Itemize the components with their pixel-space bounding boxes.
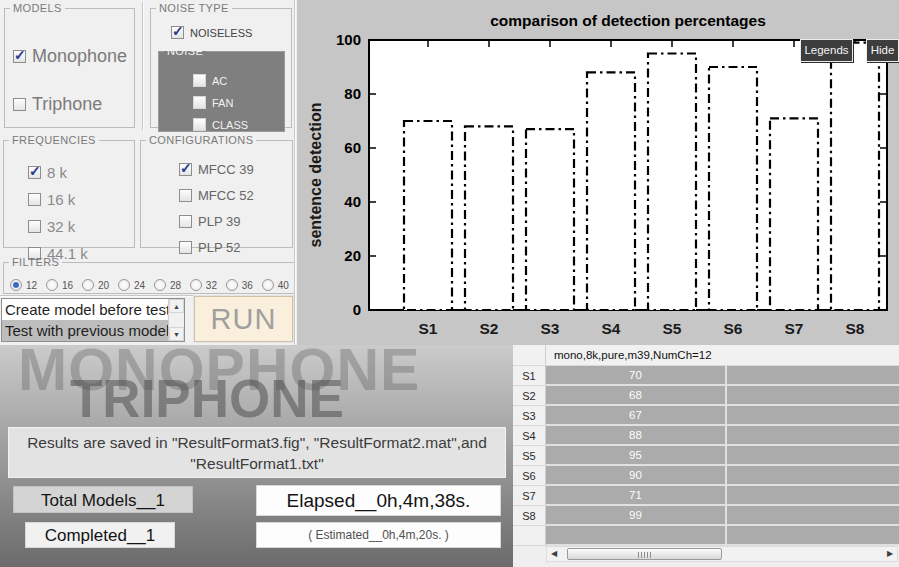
- radio-icon[interactable]: [190, 279, 202, 291]
- checkbox-triphone[interactable]: Triphone: [13, 94, 127, 115]
- checkbox-8-k[interactable]: 8 k: [28, 164, 88, 181]
- row-filler: [727, 466, 899, 486]
- x-tick-label: S3: [541, 320, 560, 337]
- row-filler: [727, 486, 899, 506]
- checkbox-fan[interactable]: FAN: [193, 96, 248, 109]
- checkbox-icon[interactable]: [28, 166, 41, 179]
- completed-status: Completed__1: [25, 522, 175, 548]
- configurations-panel-title: CONFIGURATIONS: [146, 134, 256, 146]
- row-header: S7: [513, 486, 546, 506]
- table-row: S690: [513, 466, 899, 486]
- listbox-item-test-with-previous-model[interactable]: Test with previous model: [2, 320, 168, 341]
- checkbox-icon[interactable]: [179, 189, 192, 202]
- checkbox-label: Monophone: [32, 46, 127, 67]
- bar-s4: [587, 72, 635, 310]
- radio-icon[interactable]: [154, 279, 166, 291]
- bar-s2: [465, 126, 513, 310]
- scroll-down-icon[interactable]: ▼: [169, 327, 184, 341]
- run-mode-options: Create model before testTest with previo…: [2, 299, 168, 341]
- scroll-left-icon[interactable]: ◀: [547, 547, 561, 561]
- radio-filter-40[interactable]: 40: [262, 279, 289, 291]
- radio-filter-16[interactable]: 16: [46, 279, 73, 291]
- value-cell[interactable]: 71: [546, 486, 727, 506]
- value-cell[interactable]: 90: [546, 466, 727, 486]
- radio-icon[interactable]: [118, 279, 130, 291]
- table-horizontal-scrollbar[interactable]: ◀ ▶: [546, 546, 898, 562]
- radio-icon[interactable]: [226, 279, 238, 291]
- x-tick-label: S2: [480, 320, 499, 337]
- row-filler: [727, 386, 899, 406]
- value-cell[interactable]: 95: [546, 446, 727, 466]
- value-cell[interactable]: [546, 526, 727, 546]
- x-tick-label: S1: [419, 320, 438, 337]
- run-button[interactable]: RUN: [194, 296, 293, 342]
- radio-icon[interactable]: [10, 279, 22, 291]
- value-cell[interactable]: 88: [546, 426, 727, 446]
- noise-type-panel-title: NOISE TYPE: [156, 2, 232, 14]
- value-cell[interactable]: 99: [546, 506, 727, 526]
- corner-cell: [513, 345, 546, 366]
- radio-filter-12[interactable]: 12: [10, 279, 37, 291]
- radio-filter-36[interactable]: 36: [226, 279, 253, 291]
- checkbox-label: MFCC 39: [198, 162, 254, 177]
- frequencies-checkbox-group: 8 k16 k32 k44.1 k: [28, 164, 88, 262]
- checkbox-plp-52[interactable]: PLP 52: [179, 240, 254, 255]
- checkbox-icon[interactable]: [179, 215, 192, 228]
- checkbox-monophone[interactable]: Monophone: [13, 46, 127, 67]
- y-tick-label: 60: [344, 139, 361, 156]
- checkbox-plp-39[interactable]: PLP 39: [179, 214, 254, 229]
- y-tick-label: 100: [336, 31, 361, 48]
- checkbox-icon[interactable]: [179, 241, 192, 254]
- hide-button[interactable]: Hide: [866, 39, 899, 62]
- noise-subpanel-title: NOISE: [164, 45, 206, 57]
- radio-filter-28[interactable]: 28: [154, 279, 181, 291]
- value-cell[interactable]: 70: [546, 366, 727, 386]
- row-header: [513, 526, 546, 546]
- checkbox-icon[interactable]: [179, 163, 192, 176]
- radio-label: 16: [62, 280, 73, 291]
- status-panel: MONOPHONE TRIPHONE Results are saved in …: [0, 345, 513, 567]
- scrollbar-thumb[interactable]: [567, 548, 722, 560]
- radio-icon[interactable]: [46, 279, 58, 291]
- checkbox-noiseless[interactable]: NOISELESS: [171, 26, 252, 39]
- radio-filter-32[interactable]: 32: [190, 279, 217, 291]
- checkbox-label: 32 k: [47, 218, 75, 235]
- radio-filter-20[interactable]: 20: [82, 279, 109, 291]
- checkbox-mfcc-52[interactable]: MFCC 52: [179, 188, 254, 203]
- filters-panel-title: FILTERS: [9, 256, 62, 268]
- table-row: S771: [513, 486, 899, 506]
- checkbox-icon[interactable]: [28, 193, 41, 206]
- legends-button[interactable]: Legends: [800, 39, 853, 62]
- value-cell[interactable]: 68: [546, 386, 727, 406]
- radio-filter-24[interactable]: 24: [118, 279, 145, 291]
- listbox-scrollbar[interactable]: ▲ ▼: [168, 299, 184, 341]
- checkbox-icon[interactable]: [13, 50, 26, 63]
- checkbox-icon[interactable]: [193, 118, 206, 131]
- value-cell[interactable]: 67: [546, 406, 727, 426]
- row-header: S4: [513, 426, 546, 446]
- checkbox-ac[interactable]: AC: [193, 74, 248, 87]
- checkbox-32-k[interactable]: 32 k: [28, 218, 88, 235]
- checkbox-icon[interactable]: [193, 74, 206, 87]
- divider: [294, 0, 296, 345]
- scroll-right-icon[interactable]: ▶: [883, 547, 897, 561]
- checkbox-mfcc-39[interactable]: MFCC 39: [179, 162, 254, 177]
- chart-panel: comparison of detection percentagessente…: [297, 0, 899, 345]
- checkbox-class[interactable]: CLASS: [193, 118, 248, 131]
- header-filler: [727, 345, 899, 366]
- run-mode-listbox[interactable]: Create model before testTest with previo…: [1, 298, 185, 342]
- radio-label: 24: [134, 280, 145, 291]
- checkbox-16-k[interactable]: 16 k: [28, 191, 88, 208]
- results-table-body: mono,8k,pure,m39,NumCh=12S170S268S367S48…: [513, 345, 899, 546]
- radio-icon[interactable]: [262, 279, 274, 291]
- checkbox-icon[interactable]: [28, 220, 41, 233]
- checkbox-icon[interactable]: [13, 98, 26, 111]
- checkbox-icon[interactable]: [193, 96, 206, 109]
- checkbox-icon[interactable]: [171, 26, 184, 39]
- frequencies-panel-title: FREQUENCIES: [9, 134, 99, 146]
- scroll-up-icon[interactable]: ▲: [169, 299, 184, 313]
- x-tick-label: S7: [785, 320, 804, 337]
- radio-icon[interactable]: [82, 279, 94, 291]
- listbox-item-create-model-before-test[interactable]: Create model before test: [2, 299, 168, 320]
- y-tick-label: 20: [344, 247, 361, 264]
